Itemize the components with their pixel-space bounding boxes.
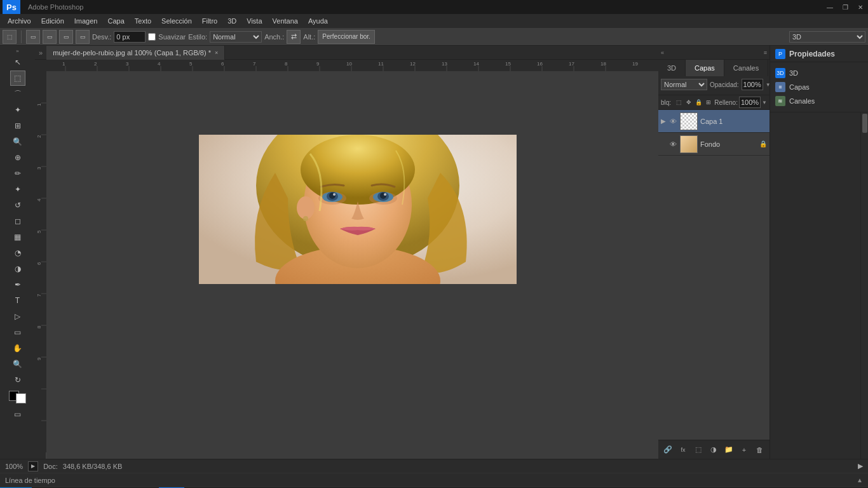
options-btn3[interactable]: ▭ — [43, 30, 57, 44]
panels-expand-left[interactable]: » — [35, 49, 46, 57]
layer-effects-btn[interactable]: fx — [676, 443, 690, 457]
layer-group-btn[interactable]: 📁 — [722, 443, 736, 457]
prop-canales-icon: ≋ — [775, 96, 785, 106]
marquee-tool[interactable]: ⬚ — [10, 71, 25, 86]
right-scrollbar[interactable] — [860, 112, 868, 459]
menu-seleccion[interactable]: Selección — [156, 16, 197, 26]
suavizar-checkbox[interactable] — [148, 33, 156, 41]
tab-3d[interactable]: 3D — [658, 60, 686, 76]
menu-3d[interactable]: 3D — [222, 16, 241, 26]
menu-ayuda[interactable]: Ayuda — [303, 16, 333, 26]
menu-archivo[interactable]: Archivo — [3, 16, 36, 26]
brush-tool[interactable]: ✏ — [10, 166, 25, 181]
status-arrow[interactable]: ▶ — [858, 462, 863, 470]
eyedropper-tool[interactable]: 🔍 — [10, 134, 25, 149]
delete-layer-btn[interactable]: 🗑 — [752, 443, 766, 457]
status-bar: 100% ▶ Doc: 348,6 KB/348,6 KB ▶ — [0, 459, 868, 473]
timeline-expand[interactable]: ▲ — [857, 477, 863, 484]
close-button[interactable]: ✕ — [853, 0, 868, 14]
menu-texto[interactable]: Texto — [130, 16, 156, 26]
tab-canales[interactable]: Canales — [724, 60, 768, 76]
dodge-tool[interactable]: ◑ — [10, 261, 25, 276]
tab-close-btn[interactable]: × — [215, 50, 218, 56]
crop-tool[interactable]: ⊞ — [10, 118, 25, 133]
zoom-tool[interactable]: 🔍 — [10, 356, 25, 372]
layer-vis-capa1[interactable]: 👁 — [668, 118, 677, 125]
layer-vis-fondo[interactable]: 👁 — [668, 140, 677, 148]
color-swatches — [9, 391, 26, 403]
zoom-options-btn[interactable]: ▶ — [28, 461, 38, 471]
rotate-view-tool[interactable]: ↻ — [10, 372, 25, 388]
layer-expand-capa1[interactable]: ▶ — [661, 118, 666, 125]
path-select-tool[interactable]: ▷ — [10, 309, 25, 324]
options-btn1[interactable]: ⬚ — [3, 30, 17, 44]
layer-adjustment-btn[interactable]: ◑ — [707, 443, 721, 457]
layer-item-fondo[interactable]: ▶ 👁 Fondo 🔒 — [658, 133, 770, 156]
layer-mask-btn[interactable]: ⬚ — [691, 443, 705, 457]
tab-capas[interactable]: Capas — [686, 60, 724, 76]
fill-arrow[interactable]: ▼ — [762, 100, 767, 105]
minimize-button[interactable]: — — [822, 0, 837, 14]
perfeccionar-btn[interactable]: Perfeccionar bor. — [318, 30, 375, 44]
lock-all-btn[interactable]: 🔒 — [695, 97, 703, 107]
layers-bottom-toolbar: 🔗 fx ⬚ ◑ 📁 + 🗑 — [658, 440, 770, 459]
text-tool[interactable]: T — [10, 293, 25, 308]
canvas-container[interactable]: 1 2 3 4 5 6 7 8 9 10 11 12 13 14 15 16 1 — [35, 60, 658, 459]
move-tool[interactable]: ↖ — [10, 55, 25, 70]
svg-point-75 — [297, 196, 315, 219]
svg-text:9: 9 — [316, 61, 320, 67]
ruler-h-svg: 1 2 3 4 5 6 7 8 9 10 11 12 13 14 15 16 1 — [46, 60, 658, 71]
clone-tool[interactable]: ✦ — [10, 182, 25, 197]
restore-button[interactable]: ❐ — [837, 0, 853, 14]
screen-mode[interactable]: ▭ — [10, 407, 25, 422]
blend-mode-select[interactable]: Normal Disolver Oscurecer Multiplicar — [661, 79, 707, 90]
swap-btn[interactable]: ⇄ — [287, 30, 301, 44]
toolbar-3d-select[interactable]: 3D — [789, 31, 865, 43]
lock-artboard-btn[interactable]: ⊞ — [704, 97, 713, 107]
prop-canales-label: Canales — [789, 97, 815, 105]
desv-input[interactable] — [114, 31, 146, 43]
pen-tool[interactable]: ✒ — [10, 277, 25, 292]
lock-position-btn[interactable]: ✥ — [684, 97, 693, 107]
opacity-value[interactable]: 100% — [742, 79, 763, 90]
opacity-label: Opacidad: — [710, 81, 739, 88]
link-layers-btn[interactable]: 🔗 — [661, 443, 675, 457]
menu-capa[interactable]: Capa — [102, 16, 129, 26]
tools-expand[interactable]: » — [16, 48, 18, 54]
prop-canales-item[interactable]: ≋ Canales — [775, 94, 863, 108]
layer-checker — [681, 113, 697, 130]
hand-tool[interactable]: ✋ — [10, 341, 25, 356]
menu-ventana[interactable]: Ventana — [268, 16, 303, 26]
healing-tool[interactable]: ⊕ — [10, 150, 25, 165]
fill-value[interactable]: 100% — [739, 97, 761, 108]
options-btn2[interactable]: ▭ — [26, 30, 40, 44]
history-brush[interactable]: ↺ — [10, 198, 25, 213]
menu-edicion[interactable]: Edición — [36, 16, 69, 26]
gradient-tool[interactable]: ▦ — [10, 229, 25, 245]
svg-text:3: 3 — [126, 61, 129, 67]
prop-3d-item[interactable]: 3D 3D — [775, 66, 863, 80]
panel-expand-right[interactable]: ≡ — [764, 50, 767, 56]
magic-wand-tool[interactable]: ✦ — [10, 102, 25, 118]
panel-expand-left[interactable]: « — [661, 50, 664, 56]
blur-tool[interactable]: ◔ — [10, 245, 25, 261]
prop-capas-item[interactable]: ≡ Capas — [775, 80, 863, 94]
active-tab[interactable]: mujer-de-pelo-rubio.jpg al 100% (Capa 1,… — [46, 46, 225, 60]
shape-tool[interactable]: ▭ — [10, 325, 25, 340]
layer-item-capa1[interactable]: ▶ 👁 Capa 1 — [658, 110, 770, 133]
options-btn5[interactable]: ▭ — [76, 30, 90, 44]
lock-pixels-btn[interactable]: ⬚ — [674, 97, 683, 107]
eraser-tool[interactable]: ◻ — [10, 214, 25, 229]
menu-imagen[interactable]: Imagen — [69, 16, 103, 26]
menu-vista[interactable]: Vista — [241, 16, 267, 26]
estilo-select[interactable]: Normal Relación fija Tamaño fijo — [210, 31, 262, 43]
new-layer-btn[interactable]: + — [737, 443, 751, 457]
tab-bar: » mujer-de-pelo-rubio.jpg al 100% (Capa … — [35, 46, 658, 60]
lasso-tool[interactable]: ⌒ — [10, 86, 25, 102]
right-area: « ≡ 3D Capas Canales » ≡ Normal Disolver… — [658, 46, 868, 459]
menu-filtro[interactable]: Filtro — [197, 16, 222, 26]
ruler-v-svg: 1 2 3 4 5 6 7 8 9 — [35, 71, 46, 452]
options-btn4[interactable]: ▭ — [59, 30, 73, 44]
scrollbar-thumb[interactable] — [862, 114, 867, 133]
background-color[interactable] — [16, 393, 26, 403]
